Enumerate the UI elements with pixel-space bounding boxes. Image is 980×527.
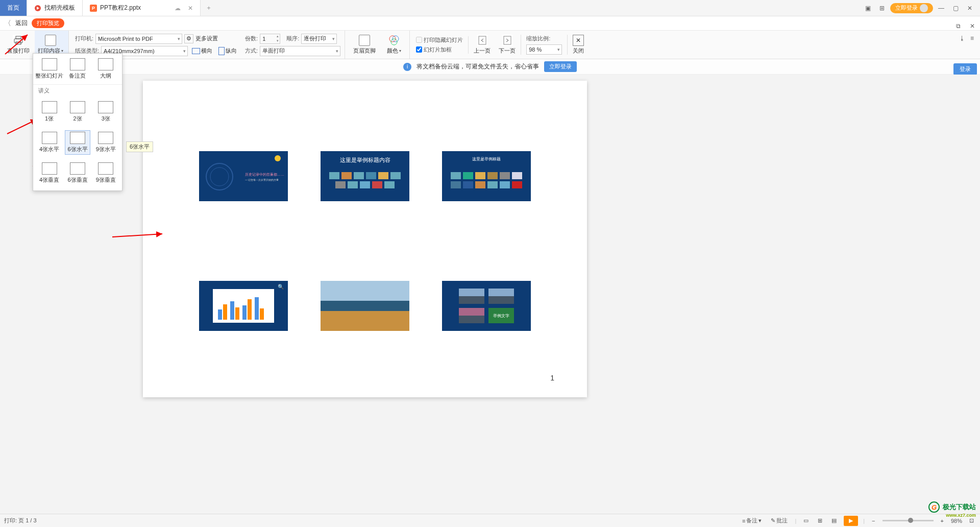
landscape-icon	[192, 48, 200, 54]
dd-4h[interactable]: 4张水平	[37, 130, 62, 155]
svg-text:历史记录中的答案都……: 历史记录中的答案都……	[245, 172, 284, 177]
gear-icon[interactable]: ⚙	[184, 34, 193, 43]
dd-9v[interactable]: 9张垂直	[93, 161, 118, 185]
chart-box	[213, 289, 274, 323]
slide-thumb-3: 这里是举例标题	[442, 151, 531, 201]
more-settings-button[interactable]: 更多设置	[195, 35, 218, 42]
tab-template[interactable]: 找稻壳模板	[27, 0, 83, 16]
slide6-tag: 举例文字	[488, 308, 514, 323]
watermark: G 极光下载站 www.xz7.com	[928, 501, 976, 513]
login-label: 立即登录	[895, 4, 918, 12]
dd-3[interactable]: 3张	[93, 100, 118, 124]
close-secondary-icon[interactable]: ✕	[967, 20, 978, 32]
scale-select[interactable]: 98 %	[526, 44, 562, 55]
secondary-window-controls: ⧉ ✕	[952, 20, 978, 32]
slide-thumb-1: 历史记录中的答案都……— 记住每一次从零开始的力量	[199, 151, 288, 201]
order-label: 顺序:	[286, 35, 299, 42]
dd-notes-page[interactable]: 备注页	[65, 57, 90, 81]
back-label[interactable]: 返回	[15, 19, 28, 28]
copies-label: 份数:	[245, 35, 258, 42]
watermark-logo-icon: G	[928, 501, 940, 513]
next-page-button[interactable]: 下一页	[496, 31, 519, 59]
slide-grid: 历史记录中的答案都……— 记住每一次从零开始的力量 这里是举例标题内容 这里是举…	[199, 151, 531, 331]
dd-6v[interactable]: 6张垂直	[65, 161, 90, 185]
menu-icon[interactable]: ≡	[970, 35, 974, 42]
prev-page-icon	[477, 35, 488, 46]
copies-spinner[interactable]: 1	[260, 34, 280, 44]
view-reading-icon[interactable]: ▤	[829, 517, 839, 524]
dd-1[interactable]: 1张	[37, 100, 62, 124]
scale-label: 缩放比例:	[526, 35, 550, 42]
layout-2-icon	[70, 101, 85, 113]
status-pages: 打印: 页 1 / 3	[4, 517, 37, 524]
tab-bar: 首页 找稻壳模板 P PPT教程2.pptx ☁ ✕ ＋ ▣ ⊞ 立即登录 — …	[0, 0, 980, 16]
close-preview-button[interactable]: ✕ 关闭	[570, 31, 587, 59]
banner-login-button[interactable]: 立即登录	[544, 61, 577, 72]
portrait-icon	[218, 47, 225, 55]
svg-rect-3	[14, 39, 22, 43]
method-label: 方式:	[245, 47, 258, 55]
login-button[interactable]: 立即登录	[890, 3, 933, 13]
download-icon[interactable]: ⭳	[959, 35, 965, 42]
svg-text:P: P	[92, 6, 95, 11]
right-login-button[interactable]: 登录	[953, 63, 977, 75]
svg-rect-4	[16, 36, 21, 39]
fit-icon[interactable]: ⊡	[967, 517, 976, 524]
banner-text: 将文档备份云端，可避免文件丢失，省心省事	[416, 62, 539, 71]
dd-2[interactable]: 2张	[65, 100, 90, 124]
minimize-icon[interactable]: —	[935, 2, 947, 14]
prev-page-button[interactable]: 上一页	[471, 31, 494, 59]
zoom-slider[interactable]	[883, 520, 934, 521]
dd-4v[interactable]: 4张垂直	[37, 161, 62, 185]
dd-6h[interactable]: 6张水平	[65, 130, 90, 155]
dd-section-label: 讲义	[33, 84, 122, 97]
copies-settings: 份数: 1 顺序: 逐份打印 方式: 单面打印	[243, 34, 342, 56]
svg-point-15	[275, 155, 281, 161]
view-normal-icon[interactable]: ▭	[801, 517, 811, 524]
comments-toggle[interactable]: ✎批注	[769, 517, 790, 524]
close-window-icon[interactable]: ✕	[964, 2, 976, 14]
slideshow-button[interactable]: ▶	[844, 516, 858, 526]
tab-home[interactable]: 首页	[0, 0, 27, 16]
dd-full-slide[interactable]: 整张幻灯片	[37, 57, 62, 81]
layout-icon[interactable]: ▣	[862, 2, 874, 14]
slide-thumb-6: 举例文字	[442, 281, 531, 331]
landscape-button[interactable]: 横向	[190, 46, 214, 55]
order-select[interactable]: 逐份打印	[301, 34, 337, 44]
portrait-button[interactable]: 纵向	[216, 46, 239, 56]
window-controls: ▣ ⊞ 立即登录 — ▢ ✕	[862, 0, 980, 16]
tab-close-icon[interactable]: ✕	[188, 5, 193, 12]
tab-document[interactable]: P PPT教程2.pptx ☁ ✕	[83, 0, 201, 16]
header-footer-button[interactable]: 页眉页脚	[350, 35, 379, 55]
svg-point-12	[210, 167, 229, 186]
printer-label: 打印机:	[75, 35, 93, 42]
slide2-title: 这里是举例标题内容	[340, 156, 390, 164]
back-arrow-icon[interactable]: 〈	[4, 19, 11, 28]
slide-thumb-2: 这里是举例标题内容	[321, 151, 409, 201]
dd-outline[interactable]: 大纲	[93, 57, 118, 81]
direct-print-button[interactable]: 直接打印	[4, 31, 33, 59]
notes-page-icon	[70, 58, 85, 70]
preview-area: 1 历史记录中的答案都……— 记住每一次从零开始的力量 这里是举例标题内容 这里…	[0, 75, 980, 514]
grid-icon[interactable]: ⊞	[876, 2, 888, 14]
options-group: 打印隐藏幻灯片 幻灯片加框	[414, 36, 469, 54]
zoom-value[interactable]: 98%	[951, 518, 962, 524]
headerfooter-group: 页眉页脚 颜色▾	[345, 31, 410, 59]
printer-select[interactable]: Microsoft Print to PDF	[95, 34, 182, 44]
tab-sync-icon[interactable]: ☁	[175, 5, 181, 12]
view-sorter-icon[interactable]: ⊞	[816, 517, 824, 524]
slide-frame-checkbox[interactable]: 幻灯片加框	[416, 46, 463, 54]
svg-text:— 记住每一次从零开始的力量: — 记住每一次从零开始的力量	[245, 178, 279, 181]
tab-template-label: 找稻壳模板	[44, 4, 75, 12]
maximize-icon[interactable]: ▢	[949, 2, 962, 14]
zoom-out-icon[interactable]: −	[870, 518, 877, 524]
dd-9h[interactable]: 9张水平	[93, 130, 118, 155]
notes-toggle[interactable]: ≡备注 ▾	[740, 517, 764, 524]
zoom-in-icon[interactable]: +	[939, 518, 946, 524]
restore-icon[interactable]: ⧉	[952, 20, 964, 32]
hide-hidden-checkbox[interactable]: 打印隐藏幻灯片	[416, 36, 463, 44]
tab-add-button[interactable]: ＋	[201, 0, 217, 16]
print-preview-pill: 打印预览	[32, 18, 64, 28]
color-button[interactable]: 颜色▾	[384, 35, 404, 55]
method-select[interactable]: 单面打印	[260, 46, 340, 56]
